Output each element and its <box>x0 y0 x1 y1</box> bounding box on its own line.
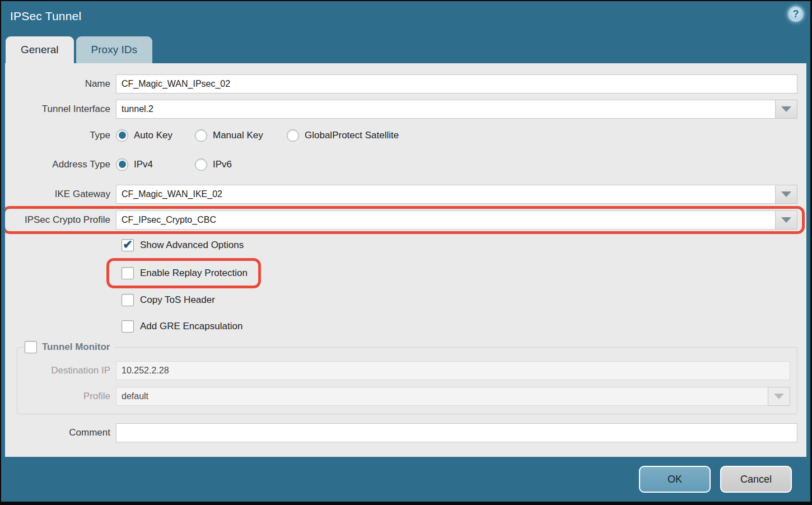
checkbox-copy-tos-header[interactable] <box>122 294 134 306</box>
ike-gateway-label: IKE Gateway <box>5 189 116 200</box>
radio-globalprotect-satellite[interactable] <box>287 129 299 142</box>
copy-tos-header-label: Copy ToS Header <box>140 294 215 306</box>
show-advanced-options-label: Show Advanced Options <box>140 240 244 251</box>
profile-row: Profile <box>17 387 790 406</box>
name-row: Name <box>5 74 797 93</box>
destination-ip-input <box>116 361 790 380</box>
chevron-down-icon <box>781 106 791 112</box>
radio-manual-key[interactable] <box>195 129 207 142</box>
ipsec-tunnel-dialog: IPSec Tunnel ? General Proxy IDs Name Tu… <box>0 0 812 505</box>
dialog-titlebar: IPSec Tunnel ? <box>1 1 810 32</box>
radio-manual-key-label: Manual Key <box>213 130 263 141</box>
radio-ipv6-label: IPv6 <box>213 159 232 170</box>
tunnel-monitor-label: Tunnel Monitor <box>42 342 110 353</box>
name-label: Name <box>5 78 116 90</box>
highlight-annotation-ipsec-crypto: IPSec Crypto Profile <box>5 206 805 234</box>
ipsec-crypto-profile-input[interactable] <box>116 211 775 230</box>
destination-ip-row: Destination IP <box>17 361 790 380</box>
ipsec-crypto-profile-label: IPSec Crypto Profile <box>5 214 116 226</box>
chevron-down-icon <box>781 191 791 197</box>
checkbox-add-gre-encapsulation[interactable] <box>122 320 134 333</box>
chevron-down-icon <box>774 394 784 399</box>
type-row: Type Auto Key Manual Key GlobalProtect S… <box>5 128 797 143</box>
help-icon[interactable]: ? <box>788 6 804 22</box>
radio-globalprotect-satellite-label: GlobalProtect Satellite <box>305 130 399 141</box>
tunnel-interface-dropdown-button[interactable] <box>775 100 797 119</box>
profile-input <box>116 387 768 406</box>
ipsec-crypto-profile-dropdown-button[interactable] <box>775 211 797 230</box>
comment-label: Comment <box>5 427 116 438</box>
enable-replay-protection-row: Enable Replay Protection <box>122 265 248 281</box>
type-label: Type <box>5 130 116 141</box>
tab-proxy-ids[interactable]: Proxy IDs <box>76 36 152 63</box>
comment-row: Comment <box>5 423 797 442</box>
name-input[interactable] <box>116 74 797 93</box>
radio-auto-key[interactable] <box>116 129 128 142</box>
tunnel-monitor-section: Tunnel Monitor Destination IP Profile <box>17 341 797 414</box>
copy-tos-header-row: Copy ToS Header <box>122 293 797 307</box>
address-type-row: Address Type IPv4 IPv6 <box>5 157 797 172</box>
ike-gateway-row: IKE Gateway <box>5 185 797 204</box>
check-icon: ✔ <box>123 239 133 250</box>
enable-replay-protection-label: Enable Replay Protection <box>140 268 248 279</box>
checkbox-show-advanced-options[interactable]: ✔ <box>122 239 134 251</box>
checkbox-tunnel-monitor[interactable] <box>25 341 37 353</box>
profile-dropdown-button <box>768 387 790 406</box>
radio-ipv4-label: IPv4 <box>134 159 153 170</box>
add-gre-encapsulation-label: Add GRE Encapsulation <box>140 321 242 332</box>
tab-general[interactable]: General <box>6 36 74 63</box>
dialog-title: IPSec Tunnel <box>10 10 81 23</box>
chevron-down-icon <box>781 217 791 223</box>
tunnel-interface-label: Tunnel Interface <box>5 104 116 115</box>
radio-ipv6[interactable] <box>195 158 207 171</box>
tunnel-monitor-legend: Tunnel Monitor <box>24 341 115 353</box>
destination-ip-label: Destination IP <box>17 365 116 376</box>
tunnel-interface-input[interactable] <box>116 100 775 119</box>
add-gre-encapsulation-row: Add GRE Encapsulation <box>122 319 797 334</box>
dialog-footer: OK Cancel <box>1 457 810 502</box>
radio-auto-key-label: Auto Key <box>134 130 172 141</box>
ike-gateway-dropdown-button[interactable] <box>775 185 797 204</box>
general-tab-panel: Name Tunnel Interface Type Auto Key <box>5 63 806 457</box>
radio-ipv4[interactable] <box>116 158 128 171</box>
show-advanced-options-row: ✔ Show Advanced Options <box>122 238 797 252</box>
tunnel-interface-row: Tunnel Interface <box>5 100 797 119</box>
cancel-button[interactable]: Cancel <box>720 466 792 493</box>
address-type-label: Address Type <box>5 159 116 170</box>
tab-strip: General Proxy IDs <box>1 32 810 63</box>
highlight-annotation-replay-protection: Enable Replay Protection <box>106 258 261 288</box>
ipsec-crypto-profile-row: IPSec Crypto Profile <box>5 211 797 230</box>
ok-button[interactable]: OK <box>639 466 711 493</box>
ike-gateway-input[interactable] <box>116 185 775 204</box>
comment-input[interactable] <box>116 423 797 442</box>
checkbox-enable-replay-protection[interactable] <box>122 267 134 279</box>
profile-label: Profile <box>17 391 116 402</box>
